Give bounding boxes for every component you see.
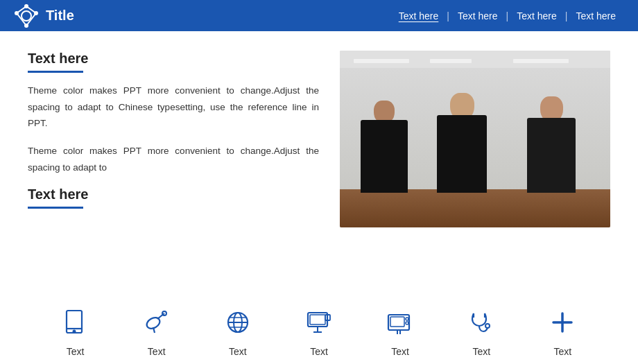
- office-table: [340, 189, 610, 227]
- header-title: Title: [46, 8, 74, 24]
- person-2: [437, 93, 487, 193]
- svg-line-13: [157, 313, 164, 319]
- plus-icon: [548, 308, 577, 337]
- globe-icon-circle: [220, 304, 256, 340]
- svg-rect-9: [67, 311, 82, 333]
- svg-point-28: [406, 318, 408, 320]
- section2-underline: [28, 207, 83, 209]
- stethoscope-icon-circle: [463, 304, 499, 340]
- satellite-icon: [142, 308, 171, 337]
- svg-point-32: [485, 324, 490, 328]
- svg-point-7: [34, 11, 38, 15]
- icon-item-5[interactable]: Text: [382, 304, 418, 357]
- monitor-icon-circle: [301, 304, 337, 340]
- icon-label-4: Text: [310, 346, 328, 357]
- icon-label-1: Text: [67, 346, 85, 357]
- svg-point-5: [24, 4, 28, 8]
- svg-point-0: [21, 11, 31, 21]
- section1-underline: [28, 71, 83, 73]
- tv-icon: [386, 308, 415, 337]
- section1-title: Text here: [28, 51, 319, 67]
- nav-sep-1: |: [447, 10, 449, 21]
- icon-label-6: Text: [472, 346, 490, 357]
- icon-item-6[interactable]: Text: [463, 304, 499, 357]
- svg-point-8: [24, 24, 28, 28]
- globe-icon: [223, 308, 252, 337]
- icon-label-2: Text: [148, 346, 166, 357]
- ceiling-light-3: [513, 59, 569, 63]
- main-content: Text here Theme color makes PPT more con…: [0, 31, 638, 295]
- nav-item-2[interactable]: Text here: [449, 10, 506, 21]
- ceiling-light-1: [354, 59, 409, 63]
- logo-icon: [14, 3, 39, 28]
- ceiling-light-2: [430, 59, 472, 63]
- tablet-icon: [61, 308, 90, 337]
- nav-item-3[interactable]: Text here: [508, 10, 565, 21]
- section2-title: Text here: [28, 187, 319, 202]
- header-left: Title: [14, 3, 74, 28]
- plus-icon-circle: [544, 304, 580, 340]
- icon-item-1[interactable]: Text: [58, 304, 94, 357]
- nav-sep-3: |: [565, 10, 568, 21]
- icon-label-5: Text: [391, 346, 409, 357]
- satellite-icon-circle: [139, 304, 175, 340]
- body-text-1: Theme color makes PPT more convenient to…: [28, 83, 319, 132]
- person-1: [361, 101, 408, 193]
- person-3: [527, 96, 576, 193]
- icons-row: Text Text Text: [0, 292, 638, 364]
- icon-item-2[interactable]: Text: [139, 304, 175, 357]
- stethoscope-icon: [467, 308, 496, 337]
- nav-sep-2: |: [506, 10, 509, 21]
- body-text-2: Theme color makes PPT more convenient to…: [28, 143, 319, 175]
- icon-item-3[interactable]: Text: [220, 304, 256, 357]
- svg-rect-27: [390, 317, 404, 327]
- icon-label-3: Text: [229, 346, 247, 357]
- right-column: [340, 51, 610, 295]
- icon-label-7: Text: [554, 346, 572, 357]
- header-nav: Text here | Text here | Text here | Text…: [390, 10, 624, 21]
- nav-item-4[interactable]: Text here: [567, 10, 624, 21]
- monitor-icon: [304, 308, 334, 337]
- svg-rect-22: [310, 315, 325, 324]
- office-photo: [340, 51, 610, 227]
- svg-point-6: [15, 11, 19, 15]
- left-column: Text here Theme color makes PPT more con…: [28, 51, 319, 295]
- icon-item-7[interactable]: Text: [544, 304, 580, 357]
- nav-item-1[interactable]: Text here: [390, 10, 447, 21]
- svg-point-29: [406, 322, 408, 324]
- tv-icon-circle: [382, 304, 418, 340]
- svg-point-11: [73, 331, 75, 333]
- phone-icon-circle: [58, 304, 94, 340]
- header: Title Text here | Text here | Text here …: [0, 0, 638, 31]
- icon-item-4[interactable]: Text: [301, 304, 337, 357]
